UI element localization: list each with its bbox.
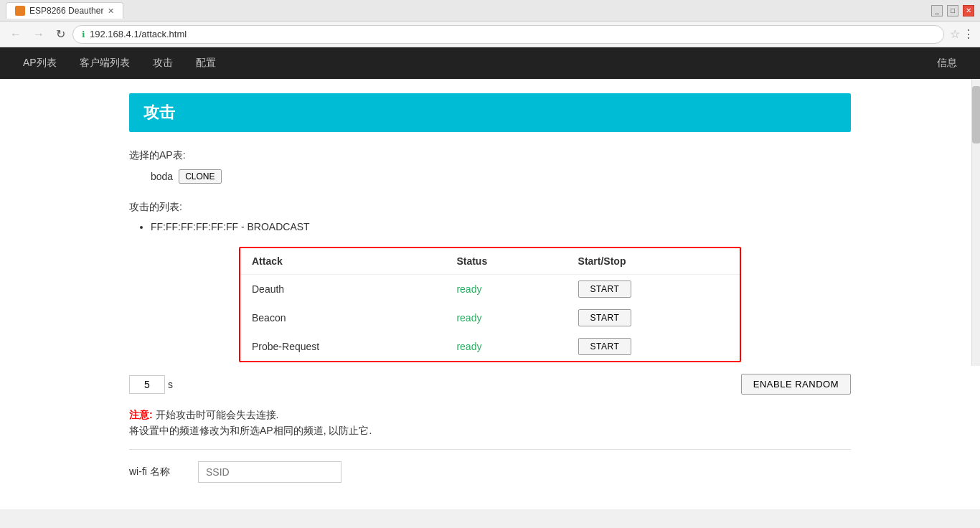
status-beacon: ready [445,303,566,332]
table-row-probe: Probe-Request ready START [240,332,740,361]
nav-config[interactable]: 配置 [184,47,227,79]
page-content: 攻击 选择的AP表: boda CLONE 攻击的列表: FF:FF:FF:FF… [0,79,980,509]
wifi-ssid-input[interactable] [198,461,341,483]
status-probe: ready [445,332,566,361]
warning-section: 注意: 开始攻击时可能会失去连接. 将设置中的频道修改为和所选AP相同的频道, … [129,409,851,438]
selected-ap-label: 选择的AP表: [129,149,851,162]
tab-favicon [15,6,25,16]
attack-name-beacon: Beacon [240,303,445,332]
page-title: 攻击 [129,93,851,132]
table-row-deauth: Deauth ready START [240,275,740,304]
attack-table-wrapper: Attack Status Start/Stop Deauth ready ST… [239,247,741,362]
start-stop-beacon: START [567,303,740,332]
window-controls: _ □ ✕ [931,5,974,16]
warning-text: 开始攻击时可能会失去连接. [156,409,279,420]
address-bar[interactable]: ℹ 192.168.4.1/attack.html [72,25,944,44]
minimize-button[interactable]: _ [931,5,943,16]
bookmark-button[interactable]: ☆ [950,27,960,41]
scrollbar[interactable] [971,79,980,366]
start-stop-deauth: START [567,275,740,304]
attack-list: FF:FF:FF:FF:FF:FF - BROADCAST [129,221,851,232]
attack-list-item: FF:FF:FF:FF:FF:FF - BROADCAST [151,221,851,232]
col-status: Status [445,248,566,275]
start-probe-button[interactable]: START [578,338,632,355]
col-attack: Attack [240,248,445,275]
attack-name-probe: Probe-Request [240,332,445,361]
browser-frame: ESP8266 Deauther ✕ _ □ ✕ ← → ↻ ℹ 192.168… [0,0,980,528]
nav-info[interactable]: 信息 [925,57,969,70]
table-header-row: Attack Status Start/Stop [240,248,740,275]
clone-button[interactable]: CLONE [179,169,221,184]
wifi-label: wi-fi 名称 [129,466,187,478]
col-start-stop: Start/Stop [567,248,740,275]
menu-button[interactable]: ⋮ [963,27,974,41]
browser-tab[interactable]: ESP8266 Deauther ✕ [6,2,123,19]
interval-group: s [129,375,173,394]
interval-unit: s [168,379,173,390]
app-navbar: AP列表 客户端列表 攻击 配置 信息 [0,47,980,79]
enable-random-button[interactable]: ENABLE RANDOM [741,374,851,395]
maximize-button[interactable]: □ [947,5,958,16]
nav-bar: ← → ↻ ℹ 192.168.4.1/attack.html ☆ ⋮ [0,22,980,47]
scrollbar-thumb[interactable] [972,86,980,143]
forward-button[interactable]: → [29,25,49,44]
start-deauth-button[interactable]: START [578,280,632,298]
start-beacon-button[interactable]: START [578,309,632,326]
interval-input[interactable] [129,375,165,394]
divider [129,449,851,450]
lock-icon: ℹ [82,29,85,39]
table-row-beacon: Beacon ready START [240,303,740,332]
warning-sub: 将设置中的频道修改为和所选AP相同的频道, 以防止它. [129,425,851,438]
start-stop-probe: START [567,332,740,361]
url-text: 192.168.4.1/attack.html [90,29,187,39]
controls-row: s ENABLE RANDOM [129,374,851,395]
ap-list-item: boda CLONE [151,169,851,184]
back-button[interactable]: ← [6,25,26,44]
nav-ap-list[interactable]: AP列表 [11,47,68,79]
status-deauth: ready [445,275,566,304]
nav-client-list[interactable]: 客户端列表 [68,47,141,79]
attack-table: Attack Status Start/Stop Deauth ready ST… [240,248,740,361]
wifi-section: wi-fi 名称 [129,461,851,483]
ap-list: boda CLONE [129,169,851,184]
warning-title: 注意: [129,409,153,420]
title-bar: ESP8266 Deauther ✕ _ □ ✕ [0,0,980,22]
attack-list-label: 攻击的列表: [129,201,851,214]
title-bar-left: ESP8266 Deauther ✕ [6,2,123,19]
reload-button[interactable]: ↻ [52,24,70,44]
nav-attack[interactable]: 攻击 [141,47,184,79]
tab-title: ESP8266 Deauther [29,6,103,16]
tab-close-icon[interactable]: ✕ [108,6,114,16]
close-button[interactable]: ✕ [963,5,974,16]
attack-name-deauth: Deauth [240,275,445,304]
ap-name: boda [151,171,173,182]
